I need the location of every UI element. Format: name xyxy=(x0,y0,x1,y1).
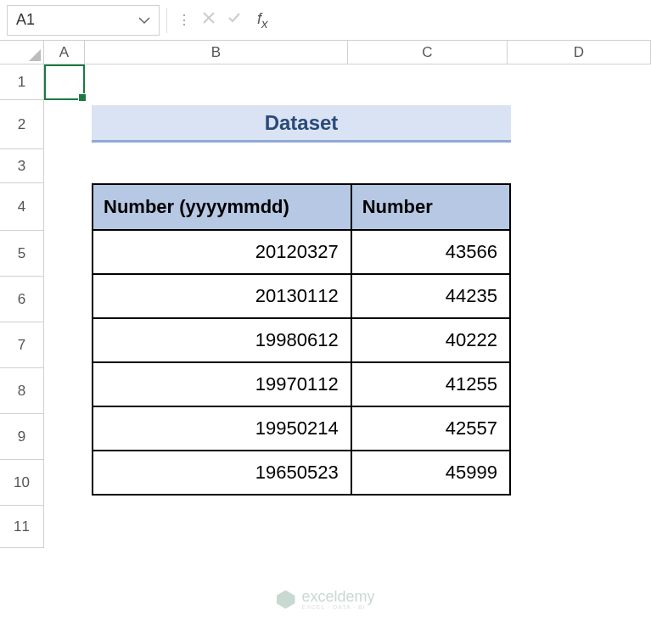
table-header-yyyymmdd[interactable]: Number (yyyymmdd) xyxy=(93,184,351,230)
column-header-d[interactable]: D xyxy=(508,41,651,64)
watermark: exceldemy EXCEL · DATA · BI xyxy=(276,589,374,610)
formula-bar-icons: fx xyxy=(194,10,280,31)
table-row: 19980612 40222 xyxy=(93,318,510,362)
name-box-value: A1 xyxy=(16,11,35,29)
watermark-sub: EXCEL · DATA · BI xyxy=(301,604,374,610)
table-header-row: Number (yyyymmdd) Number xyxy=(93,184,510,230)
cell-b5[interactable]: 20120327 xyxy=(93,230,351,274)
table-row: 20120327 43566 xyxy=(93,230,510,274)
row-header-5[interactable]: 5 xyxy=(0,231,44,277)
table-row: 20130112 44235 xyxy=(93,274,510,318)
row-headers: 1 2 3 4 5 6 7 8 9 10 11 xyxy=(0,64,44,548)
column-header-a[interactable]: A xyxy=(44,41,85,64)
row-header-10[interactable]: 10 xyxy=(0,460,44,506)
dataset-title: Dataset xyxy=(92,105,511,143)
column-header-c[interactable]: C xyxy=(348,41,508,64)
formula-bar: A1 ⋮ fx xyxy=(0,0,651,41)
data-table: Number (yyyymmdd) Number 20120327 43566 … xyxy=(92,183,511,496)
row-header-6[interactable]: 6 xyxy=(0,277,44,322)
cell-b10[interactable]: 19650523 xyxy=(93,451,351,495)
check-icon xyxy=(227,10,242,30)
table-row: 19950214 42557 xyxy=(93,406,510,451)
row-header-9[interactable]: 9 xyxy=(0,414,44,460)
cell-b6[interactable]: 20130112 xyxy=(93,274,351,318)
row-header-7[interactable]: 7 xyxy=(0,322,44,368)
watermark-name: exceldemy xyxy=(301,589,374,604)
column-headers: A B C D xyxy=(0,41,651,64)
watermark-text: exceldemy EXCEL · DATA · BI xyxy=(301,589,374,610)
cells-area[interactable]: Dataset Number (yyyymmdd) Number 2012032… xyxy=(44,64,651,548)
fx-icon[interactable]: fx xyxy=(252,10,273,31)
divider xyxy=(166,8,167,33)
cell-c7[interactable]: 40222 xyxy=(351,318,510,362)
name-box[interactable]: A1 xyxy=(7,5,160,36)
chevron-down-icon[interactable] xyxy=(138,14,150,27)
cell-c9[interactable]: 42557 xyxy=(351,406,510,451)
table-row: 19650523 45999 xyxy=(93,451,510,495)
active-cell[interactable] xyxy=(44,64,85,100)
logo-icon xyxy=(276,591,295,609)
row-header-3[interactable]: 3 xyxy=(0,149,44,183)
cell-b9[interactable]: 19950214 xyxy=(93,406,351,451)
column-header-b[interactable]: B xyxy=(85,41,348,64)
cancel-icon xyxy=(201,10,216,30)
cell-c5[interactable]: 43566 xyxy=(351,230,510,274)
cell-b8[interactable]: 19970112 xyxy=(93,362,351,406)
row-header-11[interactable]: 11 xyxy=(0,506,44,548)
dots-icon: ⋮ xyxy=(174,12,194,28)
cell-c10[interactable]: 45999 xyxy=(351,451,510,495)
formula-input[interactable] xyxy=(280,5,644,36)
row-header-8[interactable]: 8 xyxy=(0,368,44,414)
row-header-2[interactable]: 2 xyxy=(0,100,44,149)
cell-c6[interactable]: 44235 xyxy=(351,274,510,318)
select-all-button[interactable] xyxy=(0,41,44,64)
cell-b7[interactable]: 19980612 xyxy=(93,318,351,362)
table-row: 19970112 41255 xyxy=(93,362,510,406)
row-header-1[interactable]: 1 xyxy=(0,64,44,100)
cell-c8[interactable]: 41255 xyxy=(351,362,510,406)
row-header-4[interactable]: 4 xyxy=(0,183,44,231)
table-header-number[interactable]: Number xyxy=(351,184,510,230)
